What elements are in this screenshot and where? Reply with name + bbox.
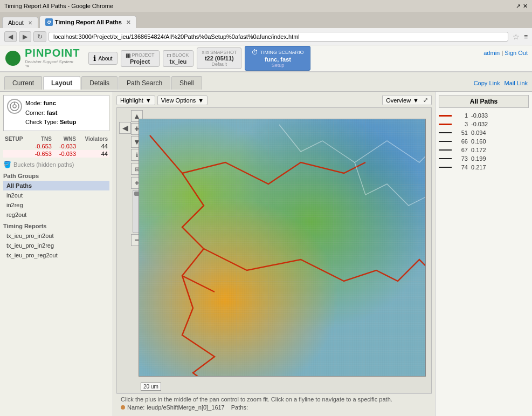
badge-timing-label: TIMING SCENARIO <box>260 50 303 55</box>
header-badges: ℹ About ▦ Project Project □ BLOCK tx_ieu… <box>88 47 483 69</box>
overview-expand-icon[interactable]: ⤢ <box>423 97 428 104</box>
tab-timing-close[interactable]: ✕ <box>126 19 130 25</box>
list-item[interactable]: 73 0.199 <box>439 155 529 162</box>
main-content: Mode: func Corner: fast Check Type: Setu… <box>0 92 532 416</box>
highlight-chevron-icon: ▼ <box>146 97 151 104</box>
row2-wns: -0.033 <box>53 150 78 158</box>
timing-icon: ⏱ <box>252 49 258 56</box>
tab-shell[interactable]: Shell <box>171 76 202 90</box>
mode-label: Mode: <box>25 100 42 106</box>
badge-block[interactable]: □ BLOCK tx_ieu <box>163 50 194 67</box>
badge-block-value: tx_ieu <box>169 58 186 65</box>
about-icon: ℹ <box>93 54 96 63</box>
table-row: -0.653 -0.033 44 <box>3 142 109 150</box>
svg-point-2 <box>11 56 15 60</box>
violators-header: Violators <box>78 135 109 142</box>
status-hint: Click the plus in the middle of the pan … <box>121 396 427 403</box>
pinpoint-logo-icon <box>4 50 22 67</box>
path-legend: 1 -0.033 3 -0.032 51 0.094 66 0.160 67 <box>439 112 529 171</box>
browser-tabs: About ✕ ⏱ Timing Report All Paths ✕ <box>0 12 532 28</box>
list-item[interactable]: 1 -0.033 <box>439 112 529 119</box>
path-val-7: 0.217 <box>471 164 486 171</box>
tab-details[interactable]: Details <box>81 76 118 90</box>
list-item[interactable]: 74 0.217 <box>439 164 529 171</box>
badge-about[interactable]: ℹ About <box>88 52 117 65</box>
admin-link[interactable]: admin <box>483 50 500 56</box>
path-id-3: 51 <box>455 129 468 136</box>
list-item[interactable]: 51 0.094 <box>439 129 529 136</box>
sig-label: SIG <box>202 50 209 55</box>
menu-icon[interactable]: ≡ <box>524 33 528 40</box>
badge-project-row: ▦ Project <box>126 52 155 58</box>
status-name-value: ieudp/eShiftMerge_n[0]_1617 <box>147 404 224 411</box>
path-groups-header: Path Groups <box>3 173 109 179</box>
row2-tns: -0.653 <box>29 150 53 158</box>
badge-block-row: □ BLOCK <box>168 52 189 58</box>
check-value: Setup <box>60 119 77 125</box>
browser-title: Timing Report All Paths - Google Chrome <box>4 3 113 9</box>
status-bar: Click the plus in the middle of the pan … <box>116 393 432 413</box>
badge-project[interactable]: ▦ Project Project <box>121 50 160 67</box>
tab-about[interactable]: About ✕ <box>2 17 38 28</box>
sidebar-item-report-in2out[interactable]: tx_ieu_pro_in2out <box>3 231 109 241</box>
path-line-2 <box>439 124 452 125</box>
path-val-1: -0.033 <box>471 112 488 119</box>
sidebar-item-in2reg[interactable]: in2reg <box>3 200 109 210</box>
badge-timing-row: ⏱ TIMING SCENARIO <box>252 49 303 56</box>
address-bar[interactable] <box>49 32 508 42</box>
sidebar-item-reg2out[interactable]: reg2out <box>3 210 109 220</box>
badge-timing-sub: Setup <box>272 63 285 68</box>
nav-refresh-button[interactable]: ↻ <box>33 31 46 42</box>
logo-name: PINPOINT <box>25 47 80 59</box>
sidebar-item-report-reg2out[interactable]: tx_ieu_pro_reg2out <box>3 250 109 260</box>
map-toolbar: Highlight ▼ View Options ▼ Overview ▼ ⤢ <box>116 95 432 105</box>
path-val-5: 0.172 <box>471 147 486 153</box>
nav-forward-button[interactable]: ▶ <box>19 31 31 42</box>
tab-about-close[interactable]: ✕ <box>28 20 32 26</box>
buckets-link[interactable]: 🪣 Buckets (hidden paths) <box>3 161 109 168</box>
badge-project-label: Project <box>132 52 155 58</box>
window-controls: ↗✕ <box>516 3 528 10</box>
setup-table: SETUP TNS WNS Violators -0.653 -0.033 44 <box>3 135 109 158</box>
tab-current[interactable]: Current <box>4 76 42 90</box>
sidebar-item-report-in2reg[interactable]: tx_ieu_pro_in2reg <box>3 241 109 250</box>
mode-text: Mode: func Corner: fast Check Type: Setu… <box>25 99 77 127</box>
path-val-4: 0.160 <box>471 138 486 145</box>
right-panel-title: All Paths <box>439 95 529 108</box>
tab-path-search[interactable]: Path Search <box>119 76 170 90</box>
list-item[interactable]: 66 0.160 <box>439 138 529 145</box>
copy-link[interactable]: Copy Link <box>474 80 500 86</box>
path-val-2: -0.032 <box>471 121 488 127</box>
view-options-select[interactable]: View Options ▼ <box>157 96 208 105</box>
path-line-3 <box>439 132 452 133</box>
sidebar-item-in2out[interactable]: in2out <box>3 190 109 200</box>
tab-layout[interactable]: Layout <box>43 76 80 90</box>
corner-value: fast <box>47 110 58 116</box>
tab-timing-report[interactable]: ⏱ Timing Report All Paths ✕ <box>39 16 136 28</box>
view-options-label: View Options <box>161 97 196 104</box>
badge-snapshot-row: SIG SNAPSHOT <box>202 50 237 55</box>
sidebar-item-all-paths[interactable]: All Paths <box>3 181 109 190</box>
mail-link[interactable]: Mail Link <box>505 80 528 86</box>
right-panel: All Paths 1 -0.033 3 -0.032 51 0.094 66 <box>435 92 532 416</box>
nav-back-button[interactable]: ◀ <box>4 31 17 42</box>
pan-left-button[interactable]: ◀ <box>119 122 131 134</box>
path-id-2: 3 <box>455 121 468 127</box>
corner-label: Corner: <box>25 110 45 116</box>
badge-timing-scenario[interactable]: ⏱ TIMING SCENARIO func, fast Setup <box>245 46 310 71</box>
signout-link[interactable]: Sign Out <box>505 50 528 56</box>
row2-violators: 44 <box>78 150 109 158</box>
list-item[interactable]: 67 0.172 <box>439 147 529 153</box>
view-options-chevron-icon: ▼ <box>198 97 204 104</box>
overview-select[interactable]: Overview ▼ ⤢ <box>382 95 432 105</box>
list-item[interactable]: 3 -0.032 <box>439 121 529 127</box>
highlight-select[interactable]: Highlight ▼ <box>116 96 155 105</box>
header-user: admin | Sign Out <box>483 47 528 56</box>
logo-area: PINPOINT Decision Support System ™ <box>4 47 80 69</box>
bookmark-icon[interactable]: ☆ <box>513 32 520 41</box>
badge-timing-value: func, fast <box>265 56 291 63</box>
mode-icon <box>7 99 22 114</box>
project-icon: ▦ <box>126 52 130 58</box>
badge-snapshot[interactable]: SIG SNAPSHOT t22 (05/11) Default <box>197 47 241 69</box>
row2-label <box>3 150 29 158</box>
